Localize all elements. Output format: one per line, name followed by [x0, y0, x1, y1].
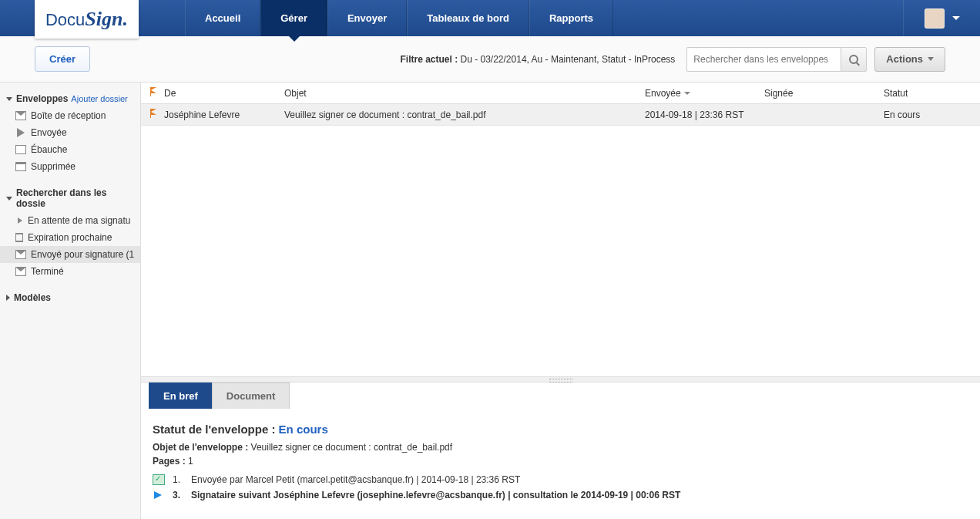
main-nav: Accueil Gérer Envoyer Tableaux de bord R… [185, 0, 613, 36]
envelope-status: Statut de l'enveloppe : En cours [153, 423, 968, 436]
sent-check-icon [153, 474, 165, 485]
sidebar-item-label: Supprimée [31, 161, 76, 172]
history-list: 1. Envoyée par Marcel Petit (marcel.peti… [153, 474, 968, 500]
logo[interactable]: DocuSign. [35, 0, 139, 39]
add-folder-link[interactable]: Ajouter dossier [71, 94, 127, 103]
envelope-object: Objet de l'enveloppe : Veuillez signer c… [153, 442, 968, 453]
sidebar-item-label: Ébauche [31, 144, 67, 155]
sort-desc-icon [684, 92, 690, 95]
arrow-right-icon [153, 490, 165, 500]
flag-icon[interactable] [150, 109, 158, 118]
history-num: 1. [173, 474, 183, 485]
sidebar-models-title: Modèles [14, 292, 51, 303]
sidebar-search-title: Rechercher dans les dossie [16, 187, 134, 209]
sidebar-item-label: Envoyé pour signature (1 [31, 249, 134, 260]
history-row: 1. Envoyée par Marcel Petit (marcel.peti… [153, 474, 968, 485]
caret-down-icon [952, 16, 960, 20]
search-icon [849, 55, 858, 64]
sidebar-envelopes-header[interactable]: Enveloppes Ajouter dossier [0, 90, 140, 107]
trash-icon [15, 162, 26, 171]
history-text: Signataire suivant Joséphine Lefevre (jo… [191, 490, 968, 500]
search-input[interactable] [686, 47, 841, 72]
table-empty-area [141, 126, 980, 376]
logo-sign: Sign. [85, 8, 128, 30]
status-label: Statut de l'enveloppe : [153, 423, 275, 436]
history-row: 3. Signataire suivant Joséphine Lefevre … [153, 490, 968, 500]
cell-status: En cours [884, 110, 980, 120]
mail-icon [15, 111, 26, 120]
pages-label: Pages : [153, 456, 186, 467]
nav-envoyer[interactable]: Envoyer [327, 0, 407, 36]
filter-label: Filtre actuel : [400, 54, 458, 65]
mail-check-icon [15, 267, 26, 276]
table-header: De Objet Envoyée Signée Statut [141, 83, 980, 104]
col-signed[interactable]: Signée [764, 88, 884, 99]
tab-document[interactable]: Document [212, 383, 290, 409]
chevron-right-icon [6, 295, 10, 301]
main-content: De Objet Envoyée Signée Statut Joséphine… [141, 83, 980, 519]
cell-from: Joséphine Lefevre [164, 110, 284, 120]
nav-accueil[interactable]: Accueil [185, 0, 260, 36]
action-bar: Créer Filtre actuel : Du - 03/22/2014, A… [0, 36, 980, 83]
table-row[interactable]: Joséphine Lefevre Veuillez signer ce doc… [141, 104, 980, 126]
sidebar-item-draft[interactable]: Ébauche [0, 141, 140, 158]
chevron-down-icon [6, 197, 12, 201]
col-sent[interactable]: Envoyée [645, 88, 764, 99]
filter-value: Du - 03/22/2014, Au - Maintenant, Statut… [461, 54, 676, 65]
mail-icon [15, 250, 26, 259]
avatar [925, 8, 945, 29]
hourglass-icon [15, 233, 23, 242]
object-value: Veuillez signer ce document : contrat_de… [251, 442, 453, 453]
sidebar-envelopes-title: Enveloppes [16, 93, 68, 104]
detail-tabs: En bref Document [141, 383, 980, 409]
create-button[interactable]: Créer [35, 46, 90, 72]
search-button[interactable] [841, 47, 867, 72]
sidebar-item-label: En attente de ma signatu [28, 215, 130, 226]
sent-icon [15, 128, 26, 137]
history-text: Envoyée par Marcel Petit (marcel.petit@a… [191, 474, 968, 485]
chevron-down-icon [6, 97, 12, 101]
user-menu[interactable] [903, 0, 980, 36]
doc-icon [15, 145, 26, 154]
sidebar-item-sent[interactable]: Envoyée [0, 124, 140, 141]
col-status[interactable]: Statut [884, 88, 980, 99]
envelope-pages: Pages : 1 [153, 456, 968, 467]
object-label: Objet de l'enveloppe : [153, 442, 248, 453]
sidebar-item-completed[interactable]: Terminé [0, 263, 140, 280]
nav-gerer[interactable]: Gérer [260, 0, 327, 36]
sidebar: Enveloppes Ajouter dossier Boîte de réce… [0, 83, 141, 519]
actions-label: Actions [886, 53, 923, 65]
tab-brief[interactable]: En bref [149, 383, 213, 409]
cell-object: Veuillez signer ce document : contrat_de… [284, 110, 645, 120]
pages-value: 1 [188, 456, 193, 467]
sidebar-item-inbox[interactable]: Boîte de réception [0, 107, 140, 124]
logo-docu: Docu [45, 10, 85, 29]
sidebar-item-label: Boîte de réception [31, 110, 106, 121]
nav-tableaux[interactable]: Tableaux de bord [407, 0, 529, 36]
sidebar-item-label: Envoyée [31, 127, 67, 138]
sidebar-item-sent-for-sig[interactable]: Envoyé pour signature (1 [0, 246, 140, 263]
col-object[interactable]: Objet [284, 88, 645, 99]
detail-body: Statut de l'enveloppe : En cours Objet d… [141, 409, 980, 519]
sidebar-item-label: Expiration prochaine [28, 232, 112, 243]
sidebar-item-label: Terminé [31, 266, 64, 277]
sidebar-search-header[interactable]: Rechercher dans les dossie [0, 184, 140, 212]
col-from[interactable]: De [164, 88, 284, 99]
cell-sent: 2014-09-18 | 23:36 RST [645, 110, 764, 120]
caret-down-icon [928, 57, 934, 61]
sidebar-item-deleted[interactable]: Supprimée [0, 158, 140, 175]
top-nav-bar: DocuSign. Accueil Gérer Envoyer Tableaux… [0, 0, 980, 36]
sidebar-models-header[interactable]: Modèles [0, 289, 140, 306]
flag-icon [150, 87, 158, 96]
arrow-right-icon [15, 217, 23, 224]
sidebar-item-expiring[interactable]: Expiration prochaine [0, 229, 140, 246]
history-num: 3. [173, 490, 183, 500]
status-value[interactable]: En cours [279, 423, 328, 436]
sidebar-item-awaiting[interactable]: En attente de ma signatu [0, 212, 140, 229]
current-filter: Filtre actuel : Du - 03/22/2014, Au - Ma… [400, 54, 675, 65]
col-flag[interactable] [141, 87, 164, 99]
nav-rapports[interactable]: Rapports [529, 0, 613, 36]
actions-button[interactable]: Actions [874, 47, 945, 72]
pane-splitter[interactable] [141, 376, 980, 383]
col-sent-label: Envoyée [645, 88, 681, 99]
